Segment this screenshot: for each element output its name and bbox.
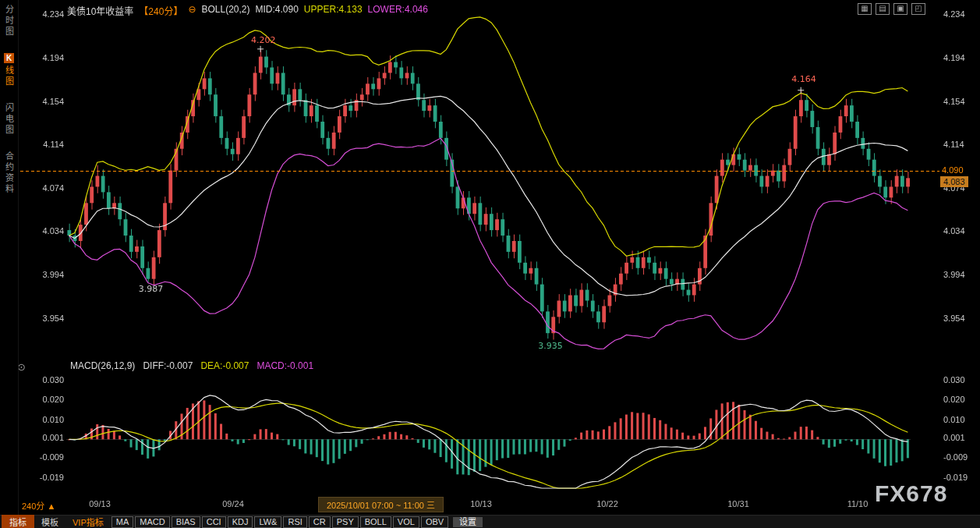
macd-dea-value: DEA:-0.007 xyxy=(200,360,249,371)
indicator-button-obv[interactable]: OBV xyxy=(421,516,448,528)
instrument-title: 美债10年收益率 xyxy=(67,4,133,17)
grid-layout-icon[interactable]: ▦ xyxy=(858,3,872,15)
sidebar-item-contract-info[interactable]: 合约资料 xyxy=(3,151,16,198)
sidebar-item-label: 闪电图 xyxy=(3,103,16,136)
left-sidebar: 分时图 K 线图 闪电图 合约资料 xyxy=(0,0,19,515)
sidebar-item-label: 线图 xyxy=(3,66,16,87)
x-axis-tick: 09/13 xyxy=(89,499,111,509)
boll-upper-value: UPPER:4.133 xyxy=(304,4,363,17)
chart-header: 美债10年收益率 【240分】 ⊖ BOLL(20,2) MID:4.090 U… xyxy=(67,4,428,17)
indicator-button-bias[interactable]: BIAS xyxy=(172,516,200,528)
sidebar-item-label: 分时图 xyxy=(3,5,16,37)
indicator-button-psy[interactable]: PSY xyxy=(332,516,359,528)
x-axis-tick: 10/13 xyxy=(470,499,492,509)
price-macd-chart-canvas[interactable] xyxy=(0,0,980,515)
boll-mid-value: MID:4.090 xyxy=(256,4,299,17)
tab-vip-indicators[interactable]: VIP指标 xyxy=(65,515,111,528)
indicator-button-ma[interactable]: MA xyxy=(111,516,134,528)
indicator-button-cr[interactable]: CR xyxy=(309,516,331,528)
macd-label: MACD(26,12,9) xyxy=(70,360,135,371)
indicator-button-cci[interactable]: CCI xyxy=(202,516,226,528)
watermark: FX678 xyxy=(875,480,947,507)
boll-label: BOLL(20,2) xyxy=(201,4,249,17)
single-pane-icon[interactable]: ▣ xyxy=(893,3,907,15)
macd-header: MACD(26,12,9) DIFF:-0.007 DEA:-0.007 MAC… xyxy=(70,360,313,371)
indicator-button-kdj[interactable]: KDJ xyxy=(228,516,253,528)
boll-lower-value: LOWER:4.046 xyxy=(368,4,428,17)
kline-badge-icon: K xyxy=(4,53,14,63)
sidebar-item-time-chart[interactable]: 分时图 xyxy=(3,5,16,41)
rows-layout-icon[interactable]: ▤ xyxy=(876,3,890,15)
bottom-toolbar: 指标 模板 VIP指标 MA MACD BIAS CCI KDJ LW& RSI… xyxy=(0,515,980,528)
maximize-icon[interactable]: ◰ xyxy=(911,3,925,15)
indicator-button-rsi[interactable]: RSI xyxy=(283,516,306,528)
sidebar-item-label: 合约资料 xyxy=(3,151,16,195)
price-line-label: 4.090 xyxy=(942,165,964,175)
x-axis-tick: 09/24 xyxy=(222,499,244,509)
indicator-button-macd[interactable]: MACD xyxy=(135,516,169,528)
timeframe-label[interactable]: 240分 ▲ xyxy=(22,499,55,512)
settings-button[interactable]: 设置 xyxy=(453,517,483,527)
x-axis-tick: 10/31 xyxy=(727,499,749,509)
trading-terminal: { "header": { "title": "美债10年收益率", "peri… xyxy=(0,0,980,528)
x-axis: 240分 ▲ 2025/10/01 07:00 ~ 11:00 三 09/130… xyxy=(0,496,980,513)
indicator-button-lw[interactable]: LW& xyxy=(254,516,281,528)
sidebar-item-kline-chart[interactable]: K 线图 xyxy=(3,53,16,90)
last-price-tag: 4.083 xyxy=(940,176,968,187)
tab-indicators[interactable]: 指标 xyxy=(2,515,34,528)
window-layout-icons: ▦ ▤ ▣ ◰ xyxy=(858,3,925,15)
macd-diff-value: DIFF:-0.007 xyxy=(143,360,193,371)
selected-bar-info: 2025/10/01 07:00 ~ 11:00 三 xyxy=(318,497,444,512)
x-axis-tick: 10/22 xyxy=(596,499,618,509)
sidebar-item-flash-chart[interactable]: 闪电图 xyxy=(3,103,16,139)
indicator-button-boll[interactable]: BOLL xyxy=(360,516,391,528)
x-axis-tick: 11/10 xyxy=(847,499,869,509)
period-badge[interactable]: 【240分】 xyxy=(139,4,182,17)
macd-hist-value: MACD:-0.001 xyxy=(256,360,313,371)
indicator-button-vol[interactable]: VOL xyxy=(393,516,419,528)
circle-minus-icon[interactable]: ⊖ xyxy=(188,4,196,17)
tab-templates[interactable]: 模板 xyxy=(34,515,65,528)
